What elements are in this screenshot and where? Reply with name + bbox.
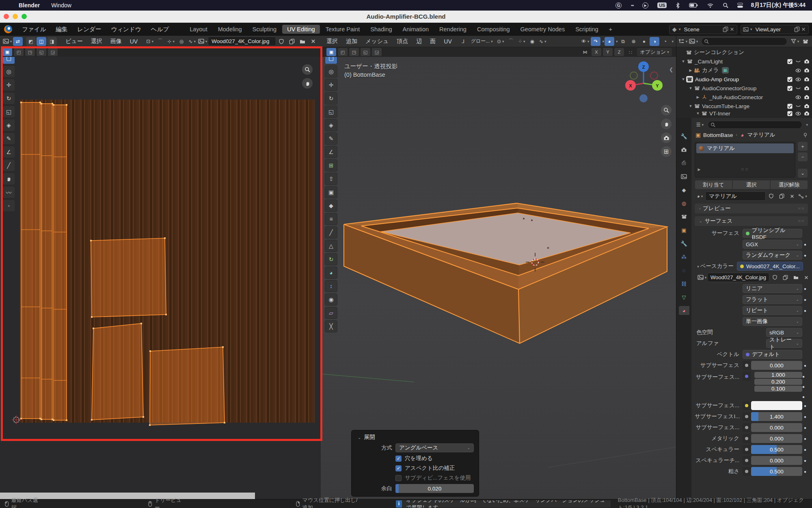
tab-shading[interactable]: Shading — [365, 25, 397, 34]
material-slot-list[interactable]: マテリアル ▶ ⁙⁙ — [695, 142, 795, 178]
material-copy-icon[interactable] — [777, 192, 786, 201]
uv-proportional-editing-icon[interactable]: ◎ — [177, 37, 186, 46]
vp-tool-bevel[interactable]: ◆ — [325, 200, 337, 212]
material-slot-active[interactable]: マテリアル — [696, 143, 794, 153]
interpolation-dropdown[interactable]: リニア⌄ — [743, 284, 802, 293]
properties-tab-object[interactable]: ▣ — [679, 226, 689, 234]
vp-mirror-y-toggle[interactable]: Y — [603, 48, 613, 56]
image-copy-icon[interactable] — [780, 273, 790, 282]
deselect-button[interactable]: 選択解除 — [770, 180, 808, 189]
specular-tint-slider[interactable]: 0.000 — [751, 456, 802, 465]
outliner-display-mode-dropdown[interactable]: ▾ — [678, 37, 688, 46]
vp-selectmode-subtract[interactable]: ◳ — [349, 48, 359, 56]
remove-viewlayer-icon[interactable] — [800, 26, 807, 33]
gizmo-neg-x[interactable] — [650, 72, 658, 79]
subsurface-color-swatch[interactable] — [751, 401, 802, 410]
vp-tool-loop-cut[interactable]: ≡ — [325, 213, 337, 225]
vp-orientation-icon[interactable]: ⅃ — [458, 37, 468, 46]
properties-tab-render[interactable] — [679, 145, 689, 154]
tab-uv-editing[interactable]: UV Editing — [282, 25, 320, 34]
animate-dot[interactable]: ● — [802, 384, 808, 389]
uv-image-fake-user-icon[interactable] — [276, 37, 286, 46]
exclude-checkbox[interactable] — [787, 86, 793, 91]
airpods-icon[interactable]: ⁌⁍ — [631, 3, 633, 8]
properties-tab-physics[interactable]: ◌ — [679, 266, 689, 275]
outliner-row-audio-amp-group[interactable]: ▼ Audio-Amp Group — [676, 75, 812, 84]
vp-tool-add-cube[interactable]: ⊞ — [325, 159, 337, 172]
unlink-scene-icon[interactable] — [729, 26, 735, 33]
vp-menu-add[interactable]: 追加 — [342, 38, 361, 45]
vp-menu-edge[interactable]: 辺 — [412, 38, 426, 45]
tab-compositing[interactable]: Compositing — [472, 25, 515, 34]
image-open-icon[interactable] — [791, 273, 801, 282]
vp-overlays-toggle[interactable]: ◕ — [605, 37, 614, 46]
vp-zoom-button[interactable] — [661, 105, 672, 115]
expander-icon[interactable]: ▼ — [688, 86, 693, 90]
vp-selectmode-intersect[interactable]: ◲ — [372, 48, 382, 56]
slot-list-expander[interactable]: ▶ — [696, 167, 702, 172]
animate-dot[interactable]: ● — [802, 395, 808, 399]
vp-pivot-dropdown[interactable]: ⊙▾ — [496, 37, 505, 46]
distribution-dropdown[interactable]: GGX⌄ — [743, 240, 802, 249]
viewlayer-selector[interactable]: ▾ ViewLayer — [741, 25, 809, 34]
exclude-checkbox[interactable] — [787, 104, 793, 109]
margin-field[interactable]: 0.020 — [395, 484, 474, 493]
vp-menu-select[interactable]: 選択 — [322, 38, 342, 45]
outliner-filter-icon[interactable]: ▾ — [790, 37, 800, 46]
animate-dot[interactable]: ● — [802, 436, 808, 441]
subsurface-radius-y[interactable]: 0.200 — [754, 379, 802, 385]
vp-menu-face[interactable]: 面 — [426, 38, 440, 45]
vp-mirror-x-toggle[interactable]: X — [592, 48, 601, 56]
render-visibility-icon[interactable] — [804, 104, 810, 109]
base-color-field[interactable]: Wood027_4K_Color... — [737, 262, 803, 271]
animate-dot[interactable]: ● — [802, 404, 808, 408]
vp-tool-smooth[interactable]: ◕ — [325, 267, 337, 279]
subsurface-aniso-slider[interactable]: 0.000 — [751, 423, 802, 432]
window-menu[interactable]: Window — [51, 2, 71, 9]
vp-selectmode-invert[interactable]: ◱ — [361, 48, 370, 56]
animate-dot[interactable]: ● — [802, 458, 808, 463]
vp-tool-inset[interactable]: ▣ — [325, 186, 337, 198]
image-name-field[interactable]: Wood027_4K_Color.jpg — [707, 273, 769, 282]
vp-tool-annotate[interactable]: ✎ — [325, 132, 337, 145]
vp-proportional-falloff-dropdown[interactable]: ∿▾ — [538, 37, 548, 46]
expander-icon[interactable]: ▶ — [695, 95, 701, 99]
material-nodes-icon[interactable]: ▾ — [798, 192, 808, 201]
uv-image-unlink-icon[interactable] — [308, 37, 318, 46]
animate-dot[interactable]: ● — [802, 287, 808, 291]
expander-icon[interactable]: ▼ — [688, 104, 693, 108]
outliner-search-input[interactable] — [701, 37, 787, 46]
uv-menu-select[interactable]: 選択 — [87, 38, 106, 45]
vp-selectmode-new[interactable]: ▣ — [326, 48, 336, 56]
breadcrumb-object[interactable]: BottomBase — [703, 132, 733, 138]
vp-tool-poly-build[interactable]: △ — [325, 240, 337, 252]
hide-eye-icon[interactable] — [795, 77, 801, 82]
vp-menu-uv[interactable]: UV — [440, 38, 456, 45]
slot-list-grip[interactable]: ⁙⁙ — [741, 167, 749, 172]
vp-tool-cursor[interactable]: ◎ — [325, 65, 337, 78]
vp-proportional-editing-icon[interactable]: ◉ — [527, 37, 537, 46]
tab-animation[interactable]: Animation — [398, 25, 434, 34]
animate-dot[interactable]: ● — [802, 447, 808, 452]
subsurface-method-dropdown[interactable]: ランダムウォーク⌄ — [743, 251, 802, 260]
pin-id-icon[interactable] — [803, 132, 808, 138]
use-subsurf-checkbox[interactable] — [395, 475, 402, 481]
properties-tab-view-layer[interactable] — [679, 172, 689, 181]
vp-tool-shear[interactable]: ▱ — [325, 307, 337, 319]
unwrap-method-dropdown[interactable]: アングルベース⌄ — [395, 443, 474, 452]
outliner-row-cam-light[interactable]: ▼ _Cam/Light — [676, 57, 812, 66]
vp-tool-rotate[interactable]: ↻ — [325, 92, 337, 104]
tab-layout[interactable]: Layout — [185, 25, 212, 34]
blender-logo-icon[interactable] — [4, 25, 12, 33]
surface-section-header[interactable]: ⌄サーフェス ⁙⁙ — [695, 216, 808, 226]
vp-orientation-dropdown[interactable]: グロー...▾ — [469, 37, 495, 46]
vp-camera-view-button[interactable] — [661, 132, 672, 143]
aspect-correct-checkbox[interactable]: ✓ — [395, 465, 402, 471]
assign-button[interactable]: 割り当て — [695, 180, 732, 189]
extension-dropdown[interactable]: リピート⌄ — [743, 306, 802, 315]
new-scene-icon[interactable] — [722, 26, 729, 33]
material-fake-user-icon[interactable] — [766, 192, 776, 201]
menubar-clock[interactable]: 8月17日(水) 午後5:44 — [751, 2, 806, 9]
control-center-icon[interactable] — [737, 3, 743, 8]
outliner-row-vaccumtube-large[interactable]: ▼ VaccumTube-Large — [676, 102, 812, 111]
